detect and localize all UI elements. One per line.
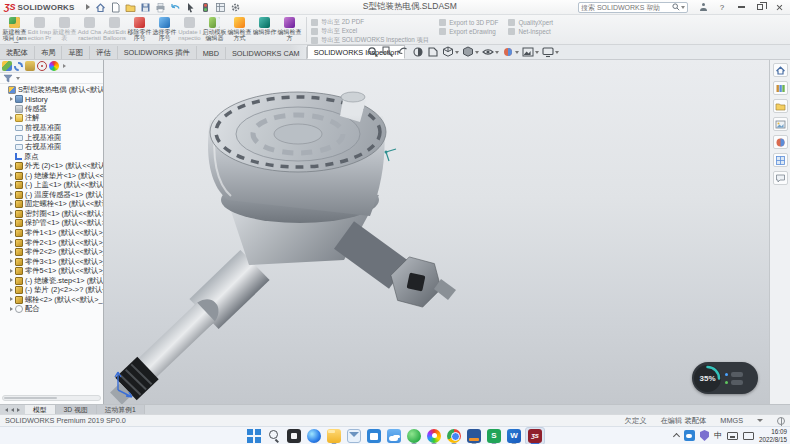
search-input[interactable] xyxy=(581,4,672,11)
tab-scroll-right-icon[interactable] xyxy=(17,408,20,412)
tree-item[interactable]: (-) 垫片 (2)<2>->? (默认<<默认> xyxy=(0,285,103,295)
tab-addins[interactable]: SOLIDWORKS 插件 xyxy=(118,46,197,59)
expander-icon[interactable] xyxy=(9,183,14,188)
tree-item[interactable]: 固定螺栓<1> (默认<<默认>_显示状 xyxy=(0,200,103,210)
color-wheel-app-button[interactable] xyxy=(425,428,443,444)
dimxpertmanager-tab-icon[interactable] xyxy=(37,61,47,71)
tab-scroll-left-icon[interactable] xyxy=(11,408,14,412)
hide-show-items-icon[interactable] xyxy=(481,46,500,58)
filter-caret-icon[interactable] xyxy=(16,77,20,80)
tree-item[interactable]: (-) 温度传感器<1> (默认<<默认>_ xyxy=(0,190,103,200)
minimize-icon[interactable] xyxy=(736,2,746,12)
edit-inspection-project-button[interactable]: Edit Inspection Project xyxy=(27,16,52,43)
apply-scene-caret-icon[interactable] xyxy=(535,51,539,54)
update-inspection-project-button[interactable]: Update Inspection Project xyxy=(177,16,202,43)
tab-sketch[interactable]: 草图 xyxy=(62,46,90,59)
clock[interactable]: 16:09 2022/8/15 xyxy=(759,428,787,444)
view-palette-icon[interactable] xyxy=(773,117,788,131)
wps-button[interactable]: S xyxy=(485,428,503,444)
select-balloons-button[interactable]: 选择零件序号 xyxy=(152,16,177,43)
logo-expand-icon[interactable] xyxy=(86,4,90,10)
select-cursor-icon[interactable] xyxy=(185,1,197,13)
ime-indicator[interactable]: 中 xyxy=(714,430,722,441)
expander-icon[interactable] xyxy=(9,259,14,264)
custom-properties-icon[interactable] xyxy=(773,153,788,167)
edit-appearance-caret-icon[interactable] xyxy=(515,51,519,54)
tree-item[interactable]: (-) 上盖<1> (默认<<默认>_显示 xyxy=(0,180,103,190)
help-search-box[interactable] xyxy=(578,2,688,13)
units-caret-icon[interactable] xyxy=(757,419,763,422)
file-explorer-button[interactable] xyxy=(325,428,343,444)
tab-layout[interactable]: 布局 xyxy=(35,46,63,59)
monitor-icon[interactable] xyxy=(743,432,754,440)
tab-3d-views[interactable]: 3D 视图 xyxy=(56,405,97,414)
file-properties-icon[interactable] xyxy=(215,1,227,13)
panel-tab-overflow-icon[interactable] xyxy=(63,64,66,68)
units-selector[interactable]: MMGS xyxy=(720,416,743,425)
zoom-indicator[interactable]: 35% xyxy=(692,362,758,394)
net-inspect-item[interactable]: Net-Inspect xyxy=(508,27,553,35)
status-globe-icon[interactable] xyxy=(777,417,785,425)
tab-evaluate[interactable]: 评估 xyxy=(90,46,118,59)
tab-mbd[interactable]: MBD xyxy=(197,47,226,59)
new-inspection-sheet-button[interactable]: 新建检查表 xyxy=(52,16,77,43)
expander-icon[interactable] xyxy=(9,97,14,102)
section-view-icon[interactable] xyxy=(411,46,425,58)
apply-scene-icon[interactable] xyxy=(521,46,540,58)
display-style-icon[interactable] xyxy=(461,46,480,58)
tab-model[interactable]: 模型 xyxy=(25,405,56,414)
restore-icon[interactable] xyxy=(755,2,765,12)
dynamic-annotation-icon[interactable] xyxy=(426,46,440,58)
add-edit-balloons-button[interactable]: Add/Edit Balloons xyxy=(102,16,127,43)
expander-icon[interactable] xyxy=(9,288,14,293)
edit-inspection-method-button[interactable]: 编辑检查方式 xyxy=(227,16,252,43)
tree-item[interactable]: 原点 xyxy=(0,152,103,162)
expander-icon[interactable] xyxy=(9,211,14,216)
close-icon[interactable] xyxy=(774,2,784,12)
expander-icon[interactable] xyxy=(9,192,14,197)
tray-shield-icon[interactable] xyxy=(700,430,709,441)
tab-cam[interactable]: SOLIDWORKS CAM xyxy=(226,47,307,59)
tree-item[interactable]: 零件5<1> (默认<<默认>_显示状态 xyxy=(0,266,103,276)
expander-icon[interactable] xyxy=(9,164,14,169)
filter-funnel-icon[interactable] xyxy=(3,74,13,83)
view-orientation-icon[interactable] xyxy=(441,46,460,58)
open-folder-icon[interactable] xyxy=(125,1,137,13)
rebuild-icon[interactable] xyxy=(200,1,212,13)
add-characteristic-button[interactable]: Add Characteristic xyxy=(77,16,102,43)
save-icon[interactable] xyxy=(140,1,152,13)
new-file-icon[interactable] xyxy=(110,1,122,13)
home-icon[interactable] xyxy=(95,1,107,13)
displaymanager-tab-icon[interactable] xyxy=(49,61,59,71)
widget-option-2[interactable] xyxy=(725,380,743,385)
expander-icon[interactable] xyxy=(9,278,14,283)
tree-item[interactable]: 零件1<1> (默认<<默认>_显示状态 xyxy=(0,228,103,238)
expander-icon[interactable] xyxy=(9,116,14,121)
weather-button[interactable] xyxy=(385,428,403,444)
appearances-icon[interactable] xyxy=(773,135,788,149)
previous-view-icon[interactable] xyxy=(396,46,410,58)
edit-operation-button[interactable]: 编辑操作 xyxy=(252,16,277,43)
model-3d[interactable] xyxy=(104,60,769,404)
tree-item[interactable]: (-) 绝缘垫片<1> (默认<<默认>_显 xyxy=(0,171,103,181)
resources-home-icon[interactable] xyxy=(773,63,788,77)
tree-item[interactable]: 传感器 xyxy=(0,104,103,114)
view-settings-icon[interactable] xyxy=(541,46,560,58)
propertymanager-tab-icon[interactable] xyxy=(14,62,23,71)
view-settings-caret-icon[interactable] xyxy=(555,51,559,54)
export-excel-item[interactable]: 导出至 Excel xyxy=(311,27,429,35)
forum-icon[interactable] xyxy=(773,171,788,185)
login-user-icon[interactable] xyxy=(698,2,708,12)
undo-icon[interactable] xyxy=(170,1,182,13)
expander-icon[interactable] xyxy=(9,173,14,178)
tray-cloud-app-icon[interactable] xyxy=(684,430,695,441)
remove-balloons-button[interactable]: 移除零件序号 xyxy=(127,16,152,43)
tree-item[interactable]: History xyxy=(0,95,103,105)
view-orientation-caret-icon[interactable] xyxy=(455,51,459,54)
launch-template-editor-button[interactable]: 启动模板编辑器 xyxy=(202,16,227,43)
tree-item[interactable]: 零件2<1> (默认<<默认>_显示状态 xyxy=(0,238,103,248)
solidworks-taskbar-button[interactable]: ƷS xyxy=(525,427,545,444)
export-3d-pdf-item[interactable]: Export to 3D PDF xyxy=(439,18,498,26)
edit-appearance-icon[interactable] xyxy=(501,46,520,58)
tab-assembly[interactable]: 装配体 xyxy=(0,46,35,59)
